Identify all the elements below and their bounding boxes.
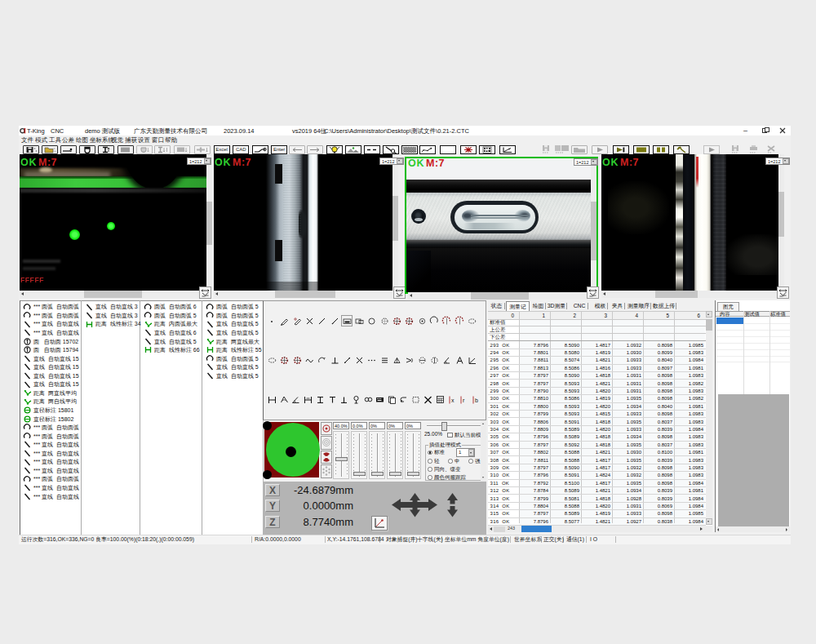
svg-text:b: b bbox=[475, 398, 478, 403]
svg-text:r: r bbox=[463, 398, 465, 403]
svg-text:x: x bbox=[451, 398, 455, 403]
